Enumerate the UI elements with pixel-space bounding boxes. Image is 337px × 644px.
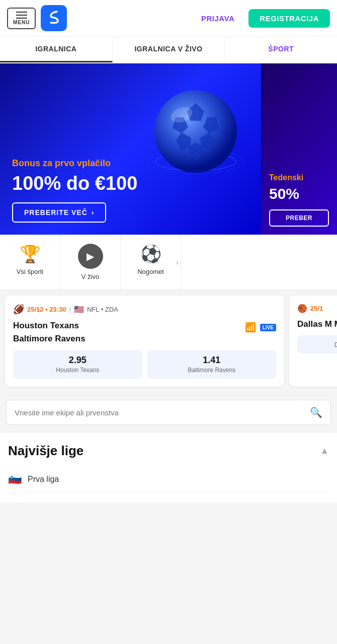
odd-btn-2-1[interactable]: Dall bbox=[297, 335, 337, 353]
match-card-2: 🏀 25/1 Dallas M Minneso Dall bbox=[289, 296, 337, 387]
sport-cat-all-label: Vsi športi bbox=[17, 268, 43, 275]
bball-sport-icon: 🏀 bbox=[297, 304, 307, 313]
sport-cat-live-label: V živo bbox=[81, 273, 99, 280]
banner-btn-arrow: › bbox=[92, 208, 95, 217]
league-name-prva-liga: Prva liga bbox=[28, 475, 59, 484]
team2-name-2: Minneso bbox=[334, 319, 337, 329]
odds-row-1: 2.95 Houston Texans 1.41 Baltimore Raven… bbox=[13, 350, 276, 379]
matches-row: 🏈 25/12 • 23:30 | 🇺🇸 NFL • ZDA Houston T… bbox=[0, 291, 337, 392]
tab-casino[interactable]: IGRALNICA bbox=[0, 37, 113, 62]
match-header-2: 🏀 25/1 bbox=[297, 304, 337, 313]
search-section: 🔍 bbox=[0, 392, 337, 433]
banner-section: Bonus za prvo vplačilo 100% do €100 PREB… bbox=[0, 63, 337, 235]
team1-name-1: Houston Texans bbox=[13, 321, 79, 331]
banner-side-button[interactable]: PREBER bbox=[269, 209, 329, 227]
odd-label-1-2: Baltimore Ravens bbox=[151, 367, 273, 374]
team2-name-1: Baltimore Ravens bbox=[13, 334, 86, 343]
login-button[interactable]: PRIJAVA bbox=[192, 9, 243, 28]
league-item-prva-liga[interactable]: 🇸🇮 Prva liga bbox=[8, 467, 329, 492]
trophy-icon: 🏆 bbox=[20, 244, 41, 264]
odd-label-1-1: Houston Texans bbox=[17, 367, 138, 374]
match-league-1: NFL • ZDA bbox=[87, 306, 118, 313]
match-sep-1: | bbox=[69, 306, 71, 313]
match-league-flag-1: 🇺🇸 bbox=[74, 305, 84, 314]
banner-subtitle: Bonus za prvo vplačilo bbox=[12, 158, 249, 169]
search-box: 🔍 bbox=[6, 400, 331, 425]
odds-row-2: Dall bbox=[297, 335, 337, 353]
collapse-icon[interactable]: ▲ bbox=[320, 446, 329, 456]
banner-title: 100% do €100 bbox=[12, 173, 249, 194]
svg-marker-8 bbox=[190, 143, 202, 160]
menu-label: MENU bbox=[13, 20, 30, 25]
play-icon: ▶ bbox=[78, 244, 103, 269]
banner-side-title: 50% bbox=[269, 185, 329, 202]
banner-main: Bonus za prvo vplačilo 100% do €100 PREB… bbox=[0, 63, 261, 235]
team1-name-2: Dallas M bbox=[297, 319, 332, 329]
nfl-sport-icon: 🏈 bbox=[13, 304, 24, 315]
header-left: MENU bbox=[7, 5, 67, 31]
sport-cat-football[interactable]: ⚽ Nogomet › bbox=[121, 235, 181, 290]
hamburger-icon bbox=[16, 12, 27, 19]
menu-button[interactable]: MENU bbox=[7, 8, 36, 29]
odd-label-2-1: Dall bbox=[301, 341, 337, 348]
tab-sport[interactable]: ŠPORT bbox=[225, 37, 337, 62]
live-icons-1: 📶 LIVE bbox=[245, 322, 276, 333]
match-teams-1: Houston Texans 📶 LIVE Baltimore Ravens bbox=[13, 321, 276, 344]
register-button[interactable]: REGISTRACIJA bbox=[248, 9, 330, 28]
match-card-1: 🏈 25/12 • 23:30 | 🇺🇸 NFL • ZDA Houston T… bbox=[5, 296, 284, 387]
match-header-1: 🏈 25/12 • 23:30 | 🇺🇸 NFL • ZDA bbox=[13, 304, 276, 315]
slovenia-flag-icon: 🇸🇮 bbox=[8, 473, 22, 486]
banner-side: Tedenski 50% PREBER bbox=[261, 63, 337, 235]
logo bbox=[41, 5, 67, 31]
header: MENU PRIJAVA REGISTRACIJA bbox=[0, 0, 337, 37]
leagues-title: Najvišje lige bbox=[8, 443, 83, 459]
logo-icon bbox=[46, 9, 62, 28]
search-icon: 🔍 bbox=[310, 406, 322, 418]
banner-btn-label: PREBERITE VEČ bbox=[24, 208, 88, 217]
odd-value-1-1: 2.95 bbox=[17, 355, 138, 366]
sport-cat-live[interactable]: ▶ V živo bbox=[60, 235, 121, 290]
sports-categories-section: 🏆 Vsi športi ▶ V živo ⚽ Nogomet › bbox=[0, 235, 337, 291]
tab-live-casino[interactable]: IGRALNICA V ŽIVO bbox=[113, 37, 225, 62]
odd-btn-1-1[interactable]: 2.95 Houston Texans bbox=[13, 350, 142, 379]
chevron-right-icon: › bbox=[176, 258, 179, 267]
soccer-icon: ⚽ bbox=[140, 244, 161, 264]
banner-side-subtitle: Tedenski bbox=[269, 173, 329, 182]
match-date-2: 25/1 bbox=[310, 305, 323, 312]
signal-icon: 📶 bbox=[245, 322, 256, 333]
sport-cat-football-label: Nogomet bbox=[137, 268, 164, 275]
match-date-1: 25/12 • 23:30 bbox=[27, 306, 66, 313]
sport-cat-all[interactable]: 🏆 Vsi športi bbox=[0, 235, 60, 290]
live-badge: LIVE bbox=[260, 324, 276, 331]
leagues-section: Najvišje lige ▲ 🇸🇮 Prva liga bbox=[0, 433, 337, 503]
leagues-header: Najvišje lige ▲ bbox=[8, 443, 329, 459]
banner-read-more-button[interactable]: PREBERITE VEČ › bbox=[12, 202, 106, 223]
search-input[interactable] bbox=[15, 408, 305, 417]
match-teams-2: Dallas M Minneso bbox=[297, 319, 337, 329]
header-right: PRIJAVA REGISTRACIJA bbox=[192, 9, 330, 28]
sports-categories: 🏆 Vsi športi ▶ V živo ⚽ Nogomet › bbox=[0, 235, 337, 290]
odd-value-1-2: 1.41 bbox=[151, 355, 273, 366]
nav-tabs: IGRALNICA IGRALNICA V ŽIVO ŠPORT bbox=[0, 37, 337, 63]
odd-btn-1-2[interactable]: 1.41 Baltimore Ravens bbox=[147, 350, 277, 379]
